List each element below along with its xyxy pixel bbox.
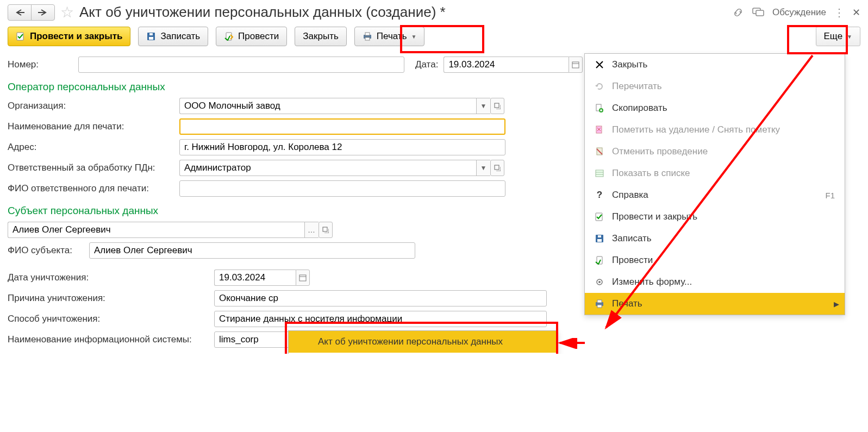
discuss-icon[interactable] [752, 7, 765, 18]
reason-input[interactable] [214, 290, 547, 306]
gear-icon [595, 277, 604, 287]
number-label: Номер: [8, 59, 78, 70]
discuss-label[interactable]: Обсуждение [772, 7, 826, 18]
address-input[interactable] [179, 139, 505, 155]
favorite-star-icon[interactable]: ☆ [60, 3, 74, 21]
org-label: Организация: [8, 101, 179, 111]
print-submenu: Акт об уничтожении персональных данных В… [288, 330, 558, 354]
svg-rect-15 [299, 275, 306, 281]
close-x-icon [595, 60, 604, 70]
close-label: Закрыть [303, 31, 338, 42]
svg-rect-12 [495, 103, 499, 108]
resp-input[interactable] [179, 160, 476, 176]
menu-copy[interactable]: Скопировать [585, 97, 845, 119]
svg-rect-24 [596, 213, 602, 221]
date-label: Дата: [415, 59, 438, 70]
destroy-date-picker-button[interactable] [296, 270, 310, 286]
menu-print[interactable]: Печать ▶ [585, 293, 845, 315]
kebab-menu-icon[interactable]: ⋮ [834, 6, 845, 19]
subject-open-button[interactable] [319, 222, 333, 238]
post-button[interactable]: Провести [216, 27, 287, 46]
org-open-button[interactable] [490, 98, 504, 114]
printer-icon [363, 32, 372, 41]
org-dropdown-button[interactable]: ▼ [476, 98, 490, 114]
menu-post-label: Провести [612, 255, 653, 266]
respfio-input[interactable] [179, 180, 505, 197]
more-button[interactable]: Еще ▼ [816, 27, 861, 46]
fio-label: ФИО субъекта: [8, 245, 89, 256]
menu-help-label: Справка [612, 190, 648, 201]
menu-help[interactable]: ? Справка F1 [585, 184, 845, 206]
org-input[interactable] [179, 98, 476, 114]
check-doc-icon [16, 32, 26, 41]
menu-reread[interactable]: Перечитать [585, 76, 845, 97]
svg-rect-5 [149, 33, 153, 35]
svg-rect-1 [756, 10, 764, 16]
menu-save[interactable]: Записать [585, 228, 845, 249]
svg-rect-14 [323, 227, 327, 231]
refresh-icon [595, 82, 604, 91]
menu-markdel[interactable]: Пометить на удаление / Снять пометку [585, 119, 845, 141]
menu-showlist-label: Показать в списке [612, 168, 690, 179]
resp-dropdown-button[interactable]: ▼ [476, 160, 490, 176]
menu-unpost-label: Отменить проведение [612, 146, 708, 157]
menu-editform[interactable]: Изменить форму... [585, 271, 845, 293]
nav-forward-button[interactable] [31, 4, 55, 21]
svg-rect-26 [597, 239, 602, 242]
printname-label: Наименование для печати: [8, 121, 179, 132]
submenu-act[interactable]: Акт об уничтожении персональных данных [289, 331, 558, 353]
resp-label: Ответственный за обработку ПДн: [8, 162, 179, 173]
showlist-icon [595, 168, 604, 178]
submenu-act-label: Акт об уничтожении персональных данных [318, 336, 503, 347]
menu-showlist[interactable]: Показать в списке [585, 162, 845, 184]
address-label: Адрес: [8, 142, 179, 153]
resp-open-button[interactable] [490, 160, 504, 176]
date-input[interactable] [444, 57, 569, 73]
svg-rect-21 [596, 170, 603, 177]
menu-markdel-label: Пометить на удаление / Снять пометку [612, 124, 780, 135]
subject-input[interactable] [8, 222, 304, 238]
save-icon [595, 234, 604, 243]
fio-input[interactable] [89, 242, 415, 259]
submenu-arrow-icon: ▶ [834, 300, 839, 308]
method-input[interactable] [214, 311, 547, 327]
svg-rect-9 [365, 37, 370, 40]
printname-input[interactable] [179, 118, 505, 135]
post-icon [595, 255, 604, 265]
svg-rect-33 [597, 305, 602, 308]
destroy-date-input[interactable] [214, 270, 296, 286]
menu-unpost[interactable]: Отменить проведение [585, 141, 845, 162]
post-and-close-button[interactable]: Провести и закрыть [8, 27, 130, 46]
respfio-label: ФИО ответственного для печати: [8, 183, 179, 194]
save-button[interactable]: Записать [138, 27, 208, 46]
nav-back-button[interactable] [8, 4, 32, 21]
print-label: Печать [377, 31, 407, 42]
svg-rect-4 [149, 37, 153, 40]
save-label: Записать [160, 31, 200, 42]
subject-select-button[interactable]: … [304, 222, 319, 238]
chevron-down-icon: ▼ [411, 34, 417, 40]
destroy-date-label: Дата уничтожения: [8, 272, 214, 283]
copy-doc-icon [595, 103, 604, 113]
more-label: Еще [824, 31, 843, 42]
post-label: Провести [238, 31, 279, 42]
menu-close[interactable]: Закрыть [585, 54, 845, 76]
post-and-close-label: Провести и закрыть [30, 31, 122, 42]
link-icon[interactable] [732, 7, 744, 18]
post-close-icon [595, 212, 604, 222]
close-button[interactable]: Закрыть [295, 27, 346, 46]
system-label: Наименование информационной системы: [8, 334, 214, 345]
svg-rect-10 [572, 62, 579, 68]
date-picker-button[interactable] [569, 57, 583, 73]
number-input[interactable] [78, 57, 404, 73]
print-button[interactable]: Печать ▼ [354, 27, 425, 46]
menu-print-label: Печать [612, 298, 642, 309]
menu-post-close[interactable]: Провести и закрыть [585, 206, 845, 228]
reason-label: Причина уничтожения: [8, 293, 214, 304]
close-icon[interactable]: ✕ [852, 7, 860, 18]
save-icon [146, 32, 156, 41]
page-title: Акт об уничтожении персональных данных (… [79, 4, 446, 21]
menu-post[interactable]: Провести [585, 249, 845, 271]
submenu-export[interactable]: Выгрузка из журнала [289, 353, 558, 354]
svg-rect-8 [365, 33, 370, 35]
